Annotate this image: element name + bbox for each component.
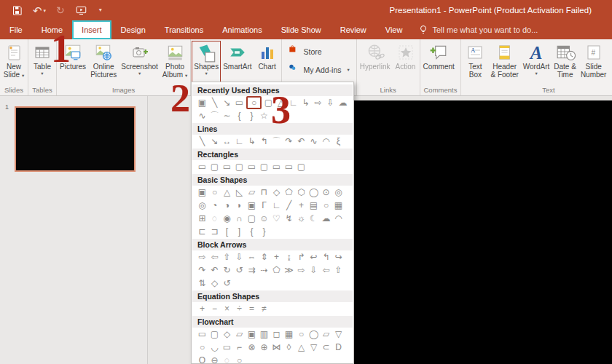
shape-icon[interactable]: ▭ bbox=[196, 161, 208, 173]
shape-icon[interactable]: ⇧ bbox=[332, 264, 345, 276]
shape-icon[interactable]: ∟ bbox=[233, 135, 246, 147]
shape-icon[interactable]: ≠ bbox=[258, 303, 270, 314]
shape-icon[interactable]: ╲ bbox=[208, 97, 221, 108]
tab-insert[interactable]: Insert bbox=[72, 20, 111, 39]
shape-icon[interactable]: ↻ bbox=[221, 264, 233, 276]
shape-icon[interactable]: ↶ bbox=[295, 135, 307, 147]
shape-icon[interactable]: ◇ bbox=[270, 186, 283, 198]
shape-icon[interactable]: ▦ bbox=[283, 328, 295, 340]
shape-icon[interactable]: D bbox=[332, 341, 345, 353]
shape-icon[interactable]: ⇨ bbox=[196, 251, 208, 263]
shape-icon[interactable]: } bbox=[246, 110, 258, 122]
shape-icon[interactable]: ▣ bbox=[246, 199, 258, 211]
shape-icon[interactable]: ╱ bbox=[283, 199, 295, 211]
shape-icon[interactable]: ☺ bbox=[258, 213, 270, 224]
shape-icon[interactable]: ☁ bbox=[320, 213, 332, 224]
shape-icon[interactable]: ◔ bbox=[208, 199, 221, 211]
shape-icon[interactable]: ÷ bbox=[233, 303, 246, 314]
shape-icon[interactable]: ⇦ bbox=[320, 264, 332, 276]
shape-icon[interactable]: ◯ bbox=[307, 186, 320, 198]
shape-icon[interactable]: ▭ bbox=[221, 341, 233, 353]
shape-icon[interactable]: ⇨ bbox=[312, 97, 324, 108]
shape-icon[interactable]: × bbox=[221, 303, 233, 314]
shape-icon[interactable]: ◊ bbox=[283, 341, 295, 353]
shape-icon[interactable]: ⇨ bbox=[295, 264, 307, 276]
shape-icon[interactable]: ] bbox=[233, 226, 246, 237]
shape-icon[interactable]: ◑ bbox=[221, 199, 233, 211]
shape-icon[interactable]: ▤ bbox=[307, 199, 320, 211]
shape-icon[interactable]: { bbox=[233, 110, 246, 122]
shape-icon[interactable]: ◌ bbox=[208, 213, 221, 224]
redo-icon[interactable]: ↻ bbox=[56, 5, 65, 15]
shape-icon[interactable]: ▣ bbox=[196, 97, 208, 108]
my-add-ins-button[interactable]: My Add-ins▾ bbox=[289, 63, 350, 76]
shape-icon[interactable]: ⊖ bbox=[208, 355, 221, 364]
shape-icon[interactable]: ▭ bbox=[283, 161, 295, 173]
shape-icon[interactable]: ⊗ bbox=[246, 341, 258, 353]
shape-icon[interactable]: ⇢ bbox=[258, 264, 270, 276]
tab-design[interactable]: Design bbox=[111, 20, 155, 39]
shape-icon[interactable]: ⌒ bbox=[208, 110, 221, 122]
shape-icon[interactable]: − bbox=[208, 303, 221, 314]
shape-icon[interactable]: ◎ bbox=[332, 186, 345, 198]
shape-icon[interactable]: = bbox=[246, 303, 258, 314]
object-button[interactable]: O bbox=[608, 41, 612, 84]
shape-icon[interactable]: ⌒ bbox=[270, 135, 283, 147]
shape-icon[interactable]: ξ bbox=[332, 135, 345, 147]
shape-icon[interactable]: ⇩ bbox=[307, 264, 320, 276]
shape-icon[interactable]: ↳ bbox=[299, 97, 312, 108]
shape-icon[interactable]: ∿ bbox=[196, 110, 208, 122]
shape-icon[interactable]: ☼ bbox=[295, 213, 307, 224]
shape-icon[interactable]: } bbox=[258, 226, 270, 237]
comment-button[interactable]: Comment bbox=[421, 41, 457, 84]
new-slide-button[interactable]: NewSlide ▾ bbox=[1, 41, 27, 84]
shape-icon[interactable]: ⊏ bbox=[196, 226, 208, 237]
shape-icon[interactable]: ▢ bbox=[208, 161, 221, 173]
customize-qat-icon[interactable]: ▾ bbox=[98, 7, 102, 13]
shape-icon[interactable]: ⬠ bbox=[283, 186, 295, 198]
shape-icon[interactable]: ▣ bbox=[196, 186, 208, 198]
shape-icon[interactable]: ☁ bbox=[337, 97, 349, 108]
shape-icon[interactable]: ⇦ bbox=[208, 251, 221, 263]
shape-icon[interactable]: ↰ bbox=[320, 251, 332, 263]
shape-icon[interactable]: ◗ bbox=[233, 199, 246, 211]
shape-icon[interactable]: ↺ bbox=[233, 264, 246, 276]
shape-icon[interactable]: ↘ bbox=[208, 135, 221, 147]
shape-icon[interactable]: Γ bbox=[258, 199, 270, 211]
shape-icon[interactable]: ⇉ bbox=[246, 264, 258, 276]
shape-icon[interactable]: ▢ bbox=[295, 161, 307, 173]
shape-icon[interactable]: ▦ bbox=[332, 199, 345, 211]
shape-icon-oval[interactable]: ○ bbox=[246, 96, 262, 109]
shape-icon[interactable]: ≫ bbox=[283, 264, 295, 276]
header-footer-button[interactable]: Header& Footer bbox=[488, 41, 520, 84]
text-box-button[interactable]: ATextBox bbox=[462, 41, 488, 84]
tab-view[interactable]: View bbox=[376, 20, 412, 39]
shape-icon[interactable]: ↶ bbox=[208, 264, 221, 276]
shape-icon[interactable]: ☆ bbox=[258, 110, 270, 122]
shape-icon[interactable]: ∟ bbox=[270, 199, 283, 211]
shape-icon[interactable]: ⇔ bbox=[246, 251, 258, 263]
shape-icon[interactable]: ▭ bbox=[221, 161, 233, 173]
shape-icon[interactable]: ↳ bbox=[246, 135, 258, 147]
shape-icon[interactable]: △ bbox=[221, 186, 233, 198]
smartart-button[interactable]: SmartArt bbox=[221, 41, 254, 84]
shape-icon[interactable]: ↰ bbox=[258, 135, 270, 147]
shape-icon[interactable]: ▢ bbox=[208, 328, 221, 340]
shape-icon[interactable]: + bbox=[270, 251, 283, 263]
slide-editing-canvas[interactable] bbox=[354, 100, 612, 364]
shape-icon[interactable]: ⌐ bbox=[233, 341, 246, 353]
shape-icon[interactable]: ◇ bbox=[221, 328, 233, 340]
shape-icon[interactable]: ⇕ bbox=[258, 251, 270, 263]
tell-me-box[interactable]: Tell me what you want to do... bbox=[412, 20, 545, 39]
slide-1-thumbnail[interactable] bbox=[15, 106, 136, 172]
shape-icon[interactable]: ◌ bbox=[221, 355, 233, 364]
shape-icon[interactable]: ↷ bbox=[283, 135, 295, 147]
save-icon[interactable] bbox=[12, 5, 23, 16]
shape-icon[interactable]: ◡ bbox=[208, 341, 221, 353]
shape-icon[interactable]: ▥ bbox=[258, 328, 270, 340]
wordart-button[interactable]: AWordArt▾ bbox=[521, 41, 552, 84]
shape-icon[interactable]: ⬡ bbox=[295, 186, 307, 198]
shape-icon[interactable]: ▣ bbox=[246, 328, 258, 340]
shape-icon[interactable]: ♡ bbox=[270, 213, 283, 224]
shape-icon[interactable]: ▢ bbox=[258, 161, 270, 173]
